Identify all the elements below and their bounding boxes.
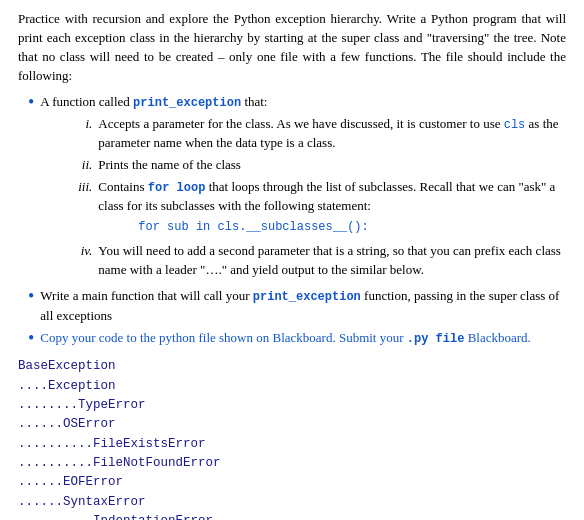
subitem-1iv: iv. You will need to add a second parame… [64,242,566,280]
roman-num-2: ii. [64,156,92,175]
print-exception-code-2: print_exception [253,290,361,304]
bullet3-text-before: Copy your code to the python file shown … [40,330,406,345]
tree-line-2: ....Exception [18,377,566,396]
roman-num-1: i. [64,115,92,134]
bullet-content-3: Copy your code to the python file shown … [40,329,566,348]
bullet1-text-before: A function called [40,94,133,109]
tree-line-1: BaseException [18,357,566,376]
bullet-dot-2: • [28,287,34,307]
bullet-content-1: A function called print_exception that: … [40,93,566,283]
exception-tree: BaseException ....Exception ........Type… [18,357,566,520]
tree-line-5: ..........FileExistsError [18,435,566,454]
intro-paragraph: Practice with recursion and explore the … [18,10,566,85]
tree-line-6: ..........FileNotFoundError [18,454,566,473]
subitem-1ii-content: Prints the name of the class [98,156,566,175]
roman-num-4: iv. [64,242,92,261]
bullet-dot-3: • [28,329,34,349]
tree-line-7: ......EOFError [18,473,566,492]
bullet1-text-after: that: [241,94,267,109]
bullet-dot-1: • [28,93,34,113]
tree-line-3: ........TypeError [18,396,566,415]
roman-num-3: iii. [64,178,92,197]
bullet2-text-before: Write a main function that will call you… [40,288,252,303]
py-file-code: .py file [407,332,465,346]
subitem-1i-content: Accepts a parameter for the class. As we… [98,115,566,153]
bullet3-text-after: Blackboard. [464,330,530,345]
bullet-item-3: • Copy your code to the python file show… [28,329,566,349]
print-exception-code-1: print_exception [133,96,241,110]
subitem-list-1: i. Accepts a parameter for the class. As… [40,115,566,280]
bullet-item-2: • Write a main function that will call y… [28,287,566,325]
bullet-content-2: Write a main function that will call you… [40,287,566,325]
tree-line-4: ......OSError [18,415,566,434]
code-block-subclasses: for sub in cls.__subclasses__(): [138,219,566,236]
subitem-1i: i. Accepts a parameter for the class. As… [64,115,566,153]
subitem-1ii: ii. Prints the name of the class [64,156,566,175]
subitem-1iii-content: Contains for loop that loops through the… [98,178,566,240]
subitem-1iii: iii. Contains for loop that loops throug… [64,178,566,240]
subitem-1iv-content: You will need to add a second parameter … [98,242,566,280]
main-bullet-list: • A function called print_exception that… [18,93,566,349]
tree-line-9: ..........IndentationError [18,512,566,520]
cls-code: cls [504,118,526,132]
for-loop-label: for loop [148,181,206,195]
bullet-item-1: • A function called print_exception that… [28,93,566,283]
tree-line-8: ......SyntaxError [18,493,566,512]
